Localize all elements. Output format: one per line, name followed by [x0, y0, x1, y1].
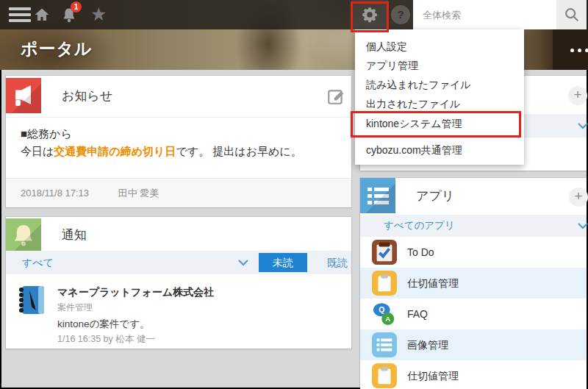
notifications-panel: 通知 すべて 未読 既読 マネープラットフォーム株式会社 案件管理 kinton…	[6, 217, 351, 349]
svg-text:A: A	[385, 315, 390, 323]
help-icon[interactable]: ?	[391, 5, 410, 24]
ellipsis-icon	[570, 49, 574, 52]
chevron-down-icon[interactable]	[238, 260, 248, 266]
notification-meta: 1/16 16:35 by 松本 健一	[57, 333, 155, 346]
apps-panel: アプリ + すべてのアプリ To Do 仕切値管理 Q A FAQ	[360, 178, 587, 389]
app-row-todo[interactable]: To Do	[360, 237, 587, 268]
app-row-shikirine-2[interactable]: 仕切値管理	[360, 360, 587, 389]
notebook-icon	[15, 283, 49, 317]
app-label: FAQ	[407, 299, 428, 329]
faq-qa-icon: Q A	[372, 301, 397, 326]
menu-item-personal-settings[interactable]: 個人設定	[366, 39, 517, 54]
app-label: 仕切値管理	[407, 268, 459, 299]
blue-list-icon	[372, 332, 397, 357]
settings-dropdown-menu: 個人設定 アプリ管理 読み込まれたファイル 出力されたファイル kintoneシ…	[355, 29, 524, 165]
app-row-gazou[interactable]: 画像管理	[360, 329, 587, 360]
menu-item-app-management[interactable]: アプリ管理	[366, 58, 517, 73]
search-input[interactable]	[413, 0, 556, 29]
svg-text:Q: Q	[379, 306, 384, 314]
star-icon[interactable]: ★	[90, 2, 107, 26]
unread-tab[interactable]: 未読	[259, 253, 307, 272]
yellow-clipboard-icon	[372, 271, 397, 296]
app-label: 画像管理	[407, 329, 448, 360]
announcement-text-suffix: です。 提出はお早めに。	[176, 145, 301, 157]
announcement-footer: 2018/11/8 17:13 田中 愛美	[6, 178, 351, 207]
notification-app-name: 案件管理	[57, 301, 93, 314]
announcements-panel: お知らせ ■総務から 今日は交通費申請の締め切り日です。 提出はお早めに。 20…	[6, 76, 351, 207]
notification-filter-bar: すべて 未読 既読	[6, 251, 351, 274]
app-label: To Do	[407, 237, 434, 268]
annotation-box-kintone-system-admin	[351, 111, 521, 138]
megaphone-icon	[6, 78, 41, 113]
menu-item-cybozu-common-admin[interactable]: cybozu.com共通管理	[366, 143, 517, 157]
announcement-author: 田中 愛美	[118, 188, 159, 199]
chevron-down-icon	[578, 223, 588, 229]
add-app-button[interactable]: +	[569, 188, 588, 207]
search-button[interactable]	[556, 0, 587, 29]
all-apps-row[interactable]: すべてのアプリ	[360, 215, 587, 237]
edit-announcement-button[interactable]	[326, 87, 345, 106]
all-apps-link[interactable]: すべてのアプリ	[384, 215, 455, 237]
hamburger-menu-icon[interactable]	[9, 7, 31, 22]
home-icon[interactable]	[33, 6, 51, 24]
app-label: 仕切値管理	[407, 360, 459, 389]
menu-item-exported-files[interactable]: 出力されたファイル	[366, 96, 517, 111]
menu-item-imported-files[interactable]: 読み込まれたファイル	[366, 77, 517, 92]
global-search	[413, 0, 556, 29]
page-title: ポータル	[21, 38, 93, 60]
todo-clipboard-icon	[372, 240, 397, 265]
announcement-timestamp: 2018/11/8 17:13	[21, 188, 89, 199]
notification-company: マネープラットフォーム株式会社	[57, 286, 214, 299]
app-row-shikirine-1[interactable]: 仕切値管理	[360, 268, 587, 299]
announcements-title: お知らせ	[62, 76, 112, 117]
apps-title: アプリ	[416, 178, 454, 215]
notification-item[interactable]: マネープラットフォーム株式会社 案件管理 kintoneの案件です。 1/16 …	[6, 274, 351, 349]
edit-icon	[326, 87, 345, 106]
portal-options-button[interactable]	[569, 44, 588, 57]
read-tab[interactable]: 既読	[315, 253, 360, 272]
announcement-body: 今日は交通費申請の締め切り日です。 提出はお早めに。	[21, 145, 302, 159]
announcement-heading: ■総務から	[21, 127, 72, 141]
yellow-clipboard-icon	[372, 363, 397, 388]
divider	[6, 117, 351, 118]
notification-badge: 1	[71, 1, 82, 13]
apps-list-icon	[360, 178, 395, 213]
add-space-button[interactable]: +	[568, 86, 587, 105]
notification-message: kintoneの案件です。	[57, 318, 149, 331]
filter-all-dropdown[interactable]: すべて	[22, 251, 54, 274]
annotation-box-gear	[351, 1, 389, 32]
notifications-title: 通知	[62, 217, 87, 254]
kintone-portal-screen: ポータル + お知らせ ■総務から 今日は交通費申請の締め切り日です。 提出はお…	[0, 0, 588, 389]
announcement-highlight: 交通費申請の締め切り日	[54, 145, 176, 157]
app-row-faq[interactable]: Q A FAQ	[360, 299, 587, 329]
chevron-down-icon	[578, 123, 588, 129]
announcement-text: 今日は	[21, 145, 54, 157]
bell-panel-icon	[6, 218, 41, 254]
search-icon	[564, 7, 580, 23]
top-navigation-bar: 1 ★ ?	[0, 0, 588, 29]
